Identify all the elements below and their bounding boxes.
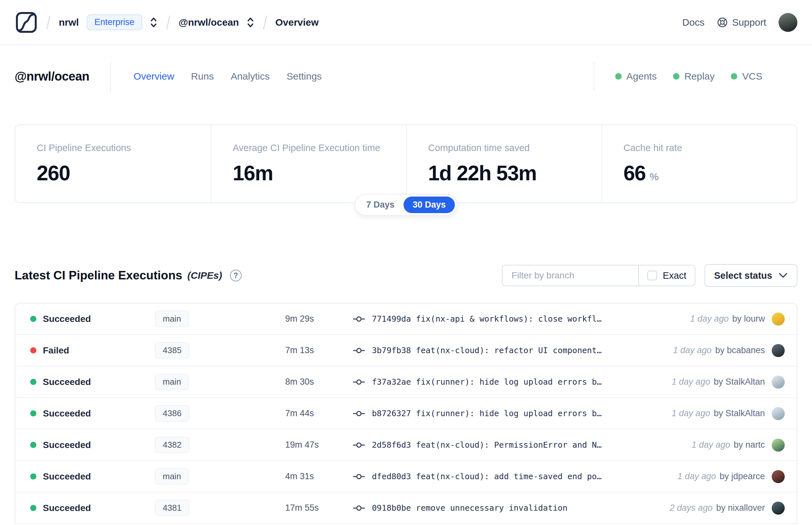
cipe-row[interactable]: Succeeded 4382 19m 47s 2d58f6d3 feat(nx-… [15, 430, 797, 461]
enterprise-badge: Enterprise [87, 14, 142, 30]
exact-filter: Exact [638, 266, 695, 286]
cipe-row[interactable]: Succeeded main 9m 29s 771499da fix(nx-ap… [15, 303, 797, 335]
stat-card: Computation time saved 1d 22h 53m [406, 125, 601, 202]
stat-suffix: % [649, 171, 659, 183]
author-avatar[interactable] [772, 470, 785, 483]
run-status-dot-icon [30, 347, 36, 354]
breadcrumb-org[interactable]: nrwl [59, 17, 79, 28]
cipe-title: Latest CI Pipeline Executions [15, 269, 182, 282]
cipe-row[interactable]: Succeeded 4381 17m 55s 0918b0be remove u… [15, 493, 797, 524]
git-commit-icon [353, 504, 365, 512]
workspace-tab[interactable]: Runs [191, 71, 214, 82]
branch-badge[interactable]: main [155, 468, 189, 485]
stat-card: Average CI Pipeline Execution time 16m [211, 125, 406, 202]
run-time: 1 day ago [690, 314, 729, 324]
user-avatar[interactable] [779, 13, 797, 32]
nx-cloud-logo-icon[interactable] [15, 11, 38, 34]
breadcrumb-slash-icon [46, 15, 51, 30]
commit-message[interactable]: 2d58f6d3 feat(nx-cloud): PermissionError… [372, 440, 601, 450]
commit-message[interactable]: 771499da fix(nx-api & workflows): close … [372, 314, 601, 324]
status-pill[interactable]: VCS [731, 71, 762, 82]
breadcrumb-slash-icon [262, 15, 267, 30]
run-status-dot-icon [30, 473, 36, 480]
commit-message[interactable]: dfed80d3 feat(nx-cloud): add time-saved … [372, 472, 601, 481]
run-time: 1 day ago [672, 377, 710, 387]
git-commit-icon [353, 472, 365, 481]
commit-message[interactable]: 0918b0be remove unnecessary invalidation [372, 503, 567, 513]
git-commit-icon [353, 346, 365, 355]
integration-status: Agents Replay VCS [594, 62, 797, 91]
run-duration: 8m 30s [285, 377, 353, 387]
help-icon[interactable]: ? [230, 270, 242, 281]
nav-actions: Docs Support [683, 13, 797, 32]
workspace-tab[interactable]: Settings [287, 71, 322, 82]
run-duration: 9m 29s [285, 314, 353, 324]
author-avatar[interactable] [772, 439, 785, 452]
workspace-tab[interactable]: Overview [134, 71, 174, 82]
author-avatar[interactable] [772, 407, 785, 420]
commit-message[interactable]: b8726327 fix(runner): hide log upload er… [372, 409, 601, 418]
run-time: 1 day ago [672, 408, 710, 418]
cipe-table: Succeeded main 9m 29s 771499da fix(nx-ap… [15, 303, 797, 524]
run-author: by jdpearce [719, 471, 765, 481]
branch-badge[interactable]: main [155, 311, 189, 327]
cipe-row[interactable]: Succeeded 4386 7m 44s b8726327 fix(runne… [15, 398, 797, 430]
cipe-row[interactable]: Succeeded main 4m 31s dfed80d3 feat(nx-c… [15, 461, 797, 493]
git-commit-icon [353, 315, 365, 323]
stats-cards: CI Pipeline Executions 260 Average CI Pi… [15, 124, 797, 203]
run-status-label: Succeeded [43, 408, 91, 419]
run-status-label: Succeeded [43, 314, 91, 324]
stat-card: Cache hit rate 66 % [601, 125, 797, 202]
run-status-label: Succeeded [43, 440, 91, 450]
breadcrumb-workspace[interactable]: @nrwl/ocean [179, 17, 239, 28]
run-duration: 19m 47s [285, 440, 353, 450]
workspace-tab[interactable]: Analytics [231, 71, 270, 82]
run-status-label: Succeeded [43, 471, 91, 482]
author-avatar[interactable] [772, 344, 785, 357]
branch-badge[interactable]: main [155, 374, 189, 390]
status-pill[interactable]: Agents [615, 71, 657, 82]
git-commit-icon [353, 409, 365, 418]
breadcrumb-slash-icon [166, 15, 171, 30]
docs-link[interactable]: Docs [683, 17, 704, 28]
range-option[interactable]: 7 Days [357, 197, 403, 213]
branch-badge[interactable]: 4382 [155, 437, 189, 453]
range-option[interactable]: 30 Days [403, 197, 455, 213]
workspace-tabs: Overview Runs Analytics Settings [134, 71, 322, 82]
stat-value: 66 [624, 161, 646, 185]
chevron-down-icon [779, 273, 788, 279]
top-nav: nrwl Enterprise @nrwl/ocean Overview Doc… [0, 0, 812, 45]
org-switcher-chevrons-icon[interactable] [149, 16, 158, 29]
author-avatar[interactable] [772, 501, 785, 515]
status-dot-icon [615, 73, 622, 79]
run-duration: 17m 55s [285, 503, 353, 513]
exact-checkbox[interactable] [647, 271, 657, 280]
git-commit-icon [353, 378, 365, 386]
branch-badge[interactable]: 4385 [155, 342, 189, 359]
run-status-dot-icon [30, 442, 36, 448]
support-link[interactable]: Support [717, 17, 766, 28]
status-select-button[interactable]: Select status [704, 264, 797, 287]
cipe-row[interactable]: Failed 4385 7m 13s 3b79fb38 feat(nx-clou… [15, 335, 797, 366]
run-status-dot-icon [30, 379, 36, 385]
run-status-label: Succeeded [43, 377, 91, 387]
status-pill[interactable]: Replay [673, 71, 715, 82]
branch-badge[interactable]: 4386 [155, 405, 189, 422]
run-author: by lourw [732, 314, 765, 324]
author-avatar[interactable] [772, 376, 785, 389]
run-duration: 7m 13s [285, 345, 353, 356]
branch-filter-input[interactable] [503, 266, 638, 286]
commit-message[interactable]: f37a32ae fix(runner): hide log upload er… [372, 377, 601, 387]
run-author: by nartc [734, 440, 765, 450]
workspace-switcher-chevrons-icon[interactable] [246, 16, 255, 29]
run-author: by StalkAltan [714, 377, 765, 387]
commit-message[interactable]: 3b79fb38 feat(nx-cloud): refactor UI com… [372, 346, 601, 355]
cipe-row[interactable]: Succeeded main 8m 30s f37a32ae fix(runne… [15, 366, 797, 398]
author-avatar[interactable] [772, 313, 785, 326]
run-time: 1 day ago [673, 345, 711, 356]
stat-card: CI Pipeline Executions 260 [15, 125, 211, 202]
branch-badge[interactable]: 4381 [155, 500, 189, 516]
run-time: 1 day ago [677, 471, 716, 481]
status-dot-icon [731, 73, 737, 79]
run-status-dot-icon [30, 505, 36, 511]
